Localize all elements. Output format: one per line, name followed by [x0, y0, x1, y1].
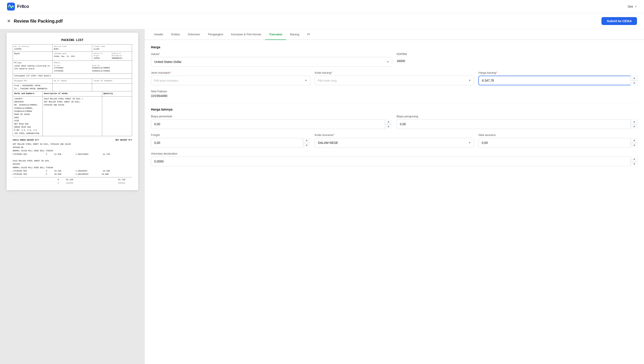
document-panel: PACKING LIST No. of Invoice 123456 Secti… — [0, 29, 145, 364]
freight-down-button[interactable]: ▼ — [303, 143, 310, 148]
tab-entitas[interactable]: Entitas — [167, 29, 184, 40]
biaya-pengurang-spinners: ▲ ▼ — [630, 119, 638, 129]
voluntary-group: Voluntary declaration ▲ ▼ — [151, 152, 638, 166]
harga-barang-input[interactable] — [478, 76, 638, 85]
nilai-asuransi-input[interactable] — [478, 138, 638, 148]
doc-net-header: NET WEIGHT M/T — [72, 139, 132, 142]
tab-dokumen[interactable]: Dokumen — [184, 29, 204, 40]
kode-asuransi-label: Kode Asuransi* — [315, 133, 474, 136]
nilai-asuransi-wrap: ▲ ▼ — [478, 138, 638, 148]
harga-barang-label: Harga barang* — [478, 71, 638, 74]
page-title: Review file Packing.pdf — [14, 19, 62, 24]
tab-barang[interactable]: Barang — [286, 29, 303, 40]
tab-pengangkut[interactable]: Pengangkut — [204, 29, 227, 40]
submit-button[interactable]: Submit ke CEISA — [602, 17, 637, 25]
harga-barang-down-button[interactable]: ▼ — [630, 81, 638, 86]
kode-asuransi-select[interactable]: DALAM NEGE LUAR NEGERI — [315, 138, 474, 148]
biaya-pengurang-down-button[interactable]: ▼ — [630, 124, 638, 129]
biaya-penambah-down-button[interactable]: ▼ — [385, 124, 392, 129]
doc-shipped-cell: Shipped Per — [13, 79, 53, 84]
doc-buyer-info: PT.xxx Jalan Raya cakung cilincing no 27… — [13, 61, 53, 74]
doc-coils-header: COILS GROSS WEIGHT M/T — [13, 139, 72, 142]
harga-barang-up-button[interactable]: ▲ — [630, 76, 638, 81]
biaya-pengurang-wrap: ▲ ▼ — [396, 119, 638, 129]
doc-buyer-address: Jalan Raya cakung cilincing no 27a Jakar… — [14, 65, 51, 70]
tabs-bar: Header Entitas Dokumen Pengangkut Kemasa… — [145, 29, 644, 40]
doc-qty-col — [102, 96, 132, 136]
user-menu[interactable]: Oni ▼ — [628, 4, 637, 8]
form-content: Harga Valuta* United States Dollar Euro … — [145, 40, 644, 176]
valuta-row: Valuta* United States Dollar Euro Japane… — [151, 52, 638, 67]
doc-buyer-name: PT.xxx — [14, 62, 51, 65]
biaya-penambah-group: Biaya penambah ▲ ▼ — [151, 115, 392, 129]
voluntary-down-button[interactable]: ▼ — [630, 162, 638, 166]
voluntary-row: Voluntary declaration ▲ ▼ — [151, 152, 638, 166]
freight-group: Freight ▲ ▼ — [151, 133, 310, 148]
doc-data-header: COILS GROSS WEIGHT M/T NET WEIGHT M/T — [13, 139, 132, 142]
doc-th-marks: Marks and Numbers — [13, 92, 43, 96]
freight-wrap: ▲ ▼ — [151, 138, 310, 148]
user-chevron-icon: ▼ — [634, 5, 637, 8]
doc-th-desc: Description of Goods — [43, 92, 102, 96]
valuta-select[interactable]: United States Dollar Euro Japanese Yen — [151, 57, 392, 67]
freight-input[interactable] — [151, 138, 310, 148]
biaya-penambah-up-button[interactable]: ▲ — [385, 119, 392, 124]
nilai-asuransi-down-button[interactable]: ▼ — [630, 143, 638, 148]
document-page: PACKING LIST No. of Invoice 123456 Secti… — [6, 33, 138, 190]
jenis-transaksi-select[interactable] — [151, 76, 310, 85]
doc-order-nos: S/C No. LTF25804 LTF28105 Order No. S240… — [54, 64, 130, 73]
biaya-penambah-wrap: ▲ ▼ — [151, 119, 392, 129]
jenis-transaksi-select-wrap: ▼ Pilih jenis transaksi — [151, 76, 310, 85]
main-layout: PACKING LIST No. of Invoice 123456 Secti… — [0, 29, 644, 364]
jenis-row: Jenis transaksi* ▼ Pilih jenis transaksi… — [151, 71, 638, 85]
tab-header[interactable]: Header — [150, 29, 167, 40]
kode-barang-select-wrap: ▼ Pilih kode harg — [315, 76, 474, 85]
doc-fromto-c — [92, 84, 132, 91]
doc-section-label: Section Code — [54, 45, 91, 48]
close-button[interactable]: ✕ — [7, 19, 11, 23]
doc-buyer-label-cell: Buyer — [13, 52, 53, 61]
doc-from-value: MIZUSHIMA JAPAN — [22, 85, 40, 87]
voluntary-up-button[interactable]: ▲ — [630, 156, 638, 162]
user-name: Oni — [628, 4, 633, 8]
doc-title: PACKING LIST — [13, 38, 132, 42]
kode-asuransi-select-wrap: DALAM NEGE LUAR NEGERI ▼ — [315, 138, 474, 148]
biaya-row: Biaya penambah ▲ ▼ Biaya pengurang — [151, 115, 638, 129]
doc-from-cell: From : MIZUSHIMA JAPAN To : TANJUNG PRIO… — [13, 84, 53, 91]
tab-kemasan[interactable]: Kemasan & Peti Kemas — [227, 29, 265, 40]
tab-transaksi[interactable]: Transaksi — [265, 29, 286, 40]
doc-data-section: COILS GROSS WEIGHT M/T NET WEIGHT M/T HO… — [13, 139, 132, 185]
ndpbm-value: 16000 — [396, 57, 638, 65]
kode-barang-select[interactable] — [315, 76, 474, 85]
jenis-transaksi-label: Jenis transaksi* — [151, 71, 310, 74]
doc-section-code: BJK2 — [54, 48, 91, 51]
doc-onabout-cell: On or About — [53, 79, 92, 84]
voluntary-spinners: ▲ ▼ — [630, 156, 638, 166]
tab-pr[interactable]: Pr — [303, 29, 314, 40]
harga-lainnya-title: Harga lainnya — [151, 108, 638, 111]
jenis-transaksi-group: Jenis transaksi* ▼ Pilih jenis transaksi — [151, 71, 310, 85]
voluntary-input[interactable] — [151, 156, 638, 166]
doc-client-code: 1L13C — [94, 48, 130, 51]
doc-issuing-label: ISSUING DATE — [54, 52, 91, 55]
nilai-asuransi-up-button[interactable]: ▲ — [630, 138, 638, 143]
freight-up-button[interactable]: ▲ — [303, 138, 310, 143]
doc-terms-cell: Terms of Payment — [92, 79, 132, 84]
biaya-penambah-input[interactable] — [151, 119, 392, 129]
nilai-asuransi-spinners: ▲ ▼ — [630, 138, 638, 148]
doc-fromto-b — [53, 84, 92, 91]
kode-barang-label: Kode barang* — [315, 71, 474, 74]
biaya-pengurang-input[interactable] — [396, 119, 638, 129]
doc-data-rows: HOT ROLLED STEEL SHEET IN COIL, PICKLED … — [13, 143, 132, 185]
doc-shipped-row: Shipped Per On or About Terms of Payment — [13, 79, 132, 84]
doc-country-dest: Country of Destination INDONESIA — [112, 52, 130, 60]
section-divider — [151, 103, 638, 103]
harga-barang-group: Harga barang* ▲ ▼ — [478, 71, 638, 85]
biaya-pengurang-up-button[interactable]: ▲ — [630, 119, 638, 124]
doc-buyer-label: Buyer — [14, 53, 20, 55]
valuta-select-wrap: United States Dollar Euro Japanese Yen ▼ — [151, 57, 392, 67]
nilai-pabean-label: Nilai Pabean — [151, 90, 638, 93]
doc-country-origin: Country of Origin JAPAN — [94, 52, 108, 60]
logo-text: Fr8co — [17, 4, 29, 9]
kode-barang-group: Kode barang* ▼ Pilih kode harg — [315, 71, 474, 85]
